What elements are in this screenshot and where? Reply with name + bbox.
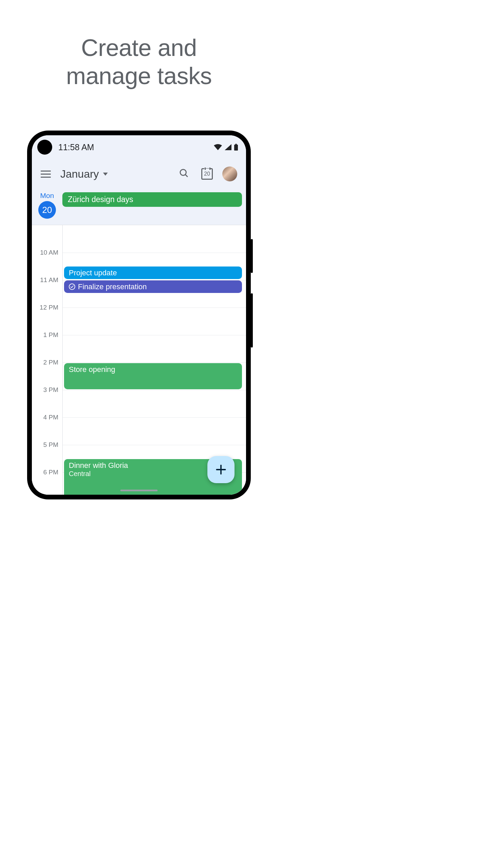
today-date-number: 20 — [204, 171, 210, 177]
month-dropdown[interactable]: January — [60, 168, 108, 180]
svg-line-3 — [185, 175, 188, 177]
volume-button — [251, 293, 253, 348]
headline-line-2: manage tasks — [66, 63, 212, 89]
search-icon[interactable] — [176, 165, 192, 182]
time-label-11am: 11 AM — [40, 276, 58, 284]
today-button[interactable]: 20 — [201, 168, 213, 180]
time-label-5pm: 5 PM — [43, 441, 58, 449]
battery-icon — [234, 144, 238, 151]
camera-punch-hole — [37, 140, 52, 155]
svg-rect-0 — [234, 145, 238, 151]
allday-event-zurich[interactable]: Zürich design days — [62, 192, 242, 207]
svg-point-2 — [180, 170, 186, 176]
create-fab[interactable] — [207, 456, 235, 483]
marketing-headline: Create and manage tasks — [0, 34, 278, 90]
time-label-4pm: 4 PM — [43, 414, 58, 421]
month-label: January — [60, 168, 99, 180]
status-icons — [214, 144, 238, 151]
phone-mockup: 11:58 AM January — [0, 131, 278, 499]
event-title: Store opening — [69, 365, 115, 374]
time-label-6pm: 6 PM — [43, 469, 58, 476]
day-number: 20 — [38, 201, 56, 219]
phone-shell: 11:58 AM January — [27, 131, 251, 499]
phone-screen: 11:58 AM January — [32, 135, 246, 495]
status-time: 11:58 AM — [58, 142, 94, 152]
time-gutter: 10 AM 11 AM 12 PM 1 PM 2 PM 3 PM 4 PM 5 … — [32, 225, 62, 495]
app-header: January 20 — [32, 159, 246, 189]
menu-icon[interactable] — [41, 169, 51, 180]
event-title: Dinner with Gloria — [69, 461, 128, 470]
events-column[interactable]: Project update Finalize presentation Sto… — [62, 225, 246, 495]
headline-line-1: Create and — [81, 35, 197, 61]
nav-gesture-handle — [120, 490, 158, 491]
time-label-3pm: 3 PM — [43, 386, 58, 394]
day-abbrev: Mon — [32, 192, 62, 200]
event-store-opening[interactable]: Store opening — [64, 363, 242, 389]
event-title: Finalize presentation — [78, 282, 147, 291]
wifi-icon — [214, 144, 222, 150]
time-label-2pm: 2 PM — [43, 359, 58, 366]
svg-rect-1 — [236, 144, 237, 145]
day-column-header[interactable]: Mon 20 — [32, 189, 62, 225]
time-label-10am: 10 AM — [40, 249, 58, 256]
cellular-icon — [225, 144, 231, 150]
account-avatar[interactable] — [222, 166, 237, 181]
event-title: Project update — [69, 269, 117, 277]
time-label-12pm: 12 PM — [40, 304, 58, 311]
chevron-down-icon — [103, 173, 108, 176]
timeline: 10 AM 11 AM 12 PM 1 PM 2 PM 3 PM 4 PM 5 … — [32, 225, 246, 495]
day-header-row: Mon 20 Zürich design days — [32, 189, 246, 225]
task-finalize-presentation[interactable]: Finalize presentation — [64, 280, 242, 293]
event-title: Zürich design days — [68, 195, 133, 204]
time-label-1pm: 1 PM — [43, 331, 58, 339]
power-button — [251, 239, 253, 273]
plus-icon — [215, 463, 227, 476]
status-bar: 11:58 AM — [32, 135, 246, 159]
task-check-icon — [69, 283, 75, 290]
event-project-update[interactable]: Project update — [64, 267, 242, 279]
